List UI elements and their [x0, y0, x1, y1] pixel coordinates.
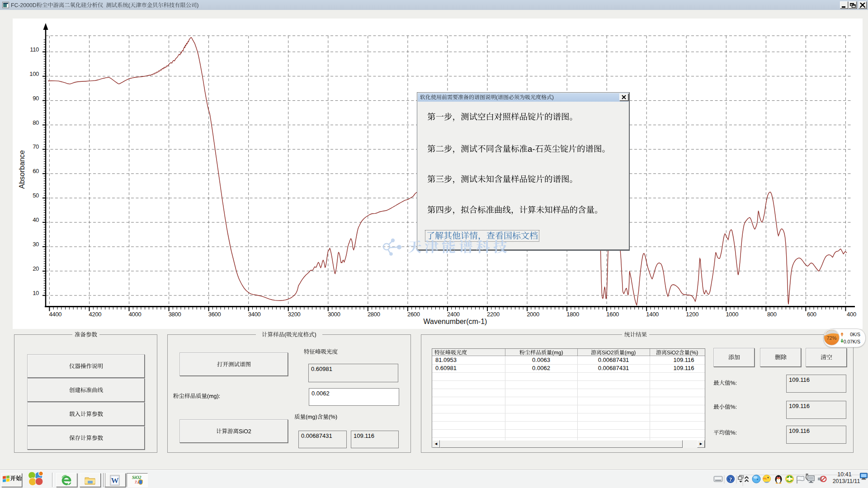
svg-text:?: ? — [729, 476, 732, 483]
svg-text:0K/S: 0K/S — [850, 332, 860, 337]
svg-text:72%: 72% — [826, 335, 836, 341]
svg-text:W: W — [111, 476, 119, 485]
svg-text:SiO2: SiO2 — [132, 475, 142, 480]
svg-text:0.07K/S: 0.07K/S — [844, 339, 860, 344]
